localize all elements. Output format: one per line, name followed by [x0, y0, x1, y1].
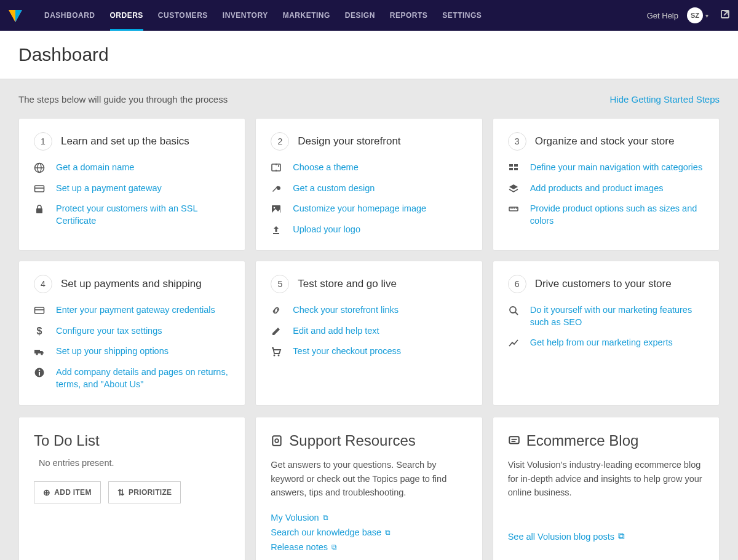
step-link[interactable]: Check your storefront links — [293, 304, 399, 317]
hide-getting-started-link[interactable]: Hide Getting Started Steps — [610, 94, 720, 105]
step-link-row: Check your storefront links — [271, 304, 467, 317]
blog-all-posts-link[interactable]: See all Volusion blog posts⧉ — [508, 531, 625, 542]
step-links: Choose a themeGet a custom designCustomi… — [271, 162, 467, 235]
step-number: 2 — [271, 132, 289, 151]
cart-icon — [271, 345, 282, 357]
step-link[interactable]: Edit and add help text — [293, 325, 379, 337]
open-external-icon[interactable] — [720, 9, 731, 23]
nav-design[interactable]: DESIGN — [338, 0, 383, 31]
support-links: My Volusion⧉ Search our knowledge base⧉ … — [271, 513, 467, 552]
step-link[interactable]: Upload your logo — [293, 224, 360, 236]
step-link-row: Add products and product images — [508, 183, 704, 195]
user-menu[interactable]: SZ ▾ — [687, 7, 708, 23]
step-link[interactable]: Get help from our marketing experts — [530, 337, 673, 349]
step-header: 6Drive customers to your store — [508, 275, 704, 293]
step-link[interactable]: Set up a payment gateway — [56, 183, 162, 195]
nav-dashboard[interactable]: DASHBOARD — [37, 0, 103, 31]
chevron-down-icon: ▾ — [705, 12, 708, 19]
step-link[interactable]: Do it yourself with our marketing featur… — [530, 304, 704, 328]
step-link-row: Protect your customers with an SSL Certi… — [34, 203, 230, 227]
theme-icon — [271, 162, 282, 173]
intro-text: The steps below will guide you through t… — [18, 94, 228, 105]
step-title: Design your storefront — [298, 135, 400, 148]
todo-title: To Do List — [34, 432, 230, 449]
support-link-label: My Volusion — [271, 513, 319, 523]
external-link-icon: ⧉ — [618, 531, 625, 542]
step-card-6: 6Drive customers to your storeDo it your… — [493, 261, 720, 406]
support-link-knowledge-base[interactable]: Search our knowledge base⧉ — [271, 527, 467, 537]
step-links: Check your storefront linksEdit and add … — [271, 304, 467, 358]
step-link[interactable]: Set up your shipping options — [56, 345, 169, 358]
nav-items: DASHBOARD ORDERS CUSTOMERS INVENTORY MAR… — [37, 0, 489, 31]
step-link[interactable]: Define your main navigation with categor… — [530, 162, 702, 174]
external-link-icon: ⧉ — [331, 543, 337, 551]
external-link-icon: ⧉ — [385, 528, 391, 537]
step-link-row: Set up a payment gateway — [34, 183, 230, 195]
page-title: Dashboard — [18, 44, 720, 65]
link-icon — [271, 304, 282, 316]
step-link-row: Edit and add help text — [271, 325, 467, 337]
step-link[interactable]: Provide product options such as sizes an… — [530, 203, 704, 227]
step-link[interactable]: Get a custom design — [293, 183, 375, 195]
step-number: 5 — [271, 275, 289, 293]
step-number: 6 — [508, 275, 526, 293]
step-link[interactable]: Choose a theme — [293, 162, 358, 174]
support-link-release-notes[interactable]: Release notes⧉ — [271, 542, 467, 552]
lock-icon — [34, 203, 45, 215]
step-link-row: Add company details and pages on returns… — [34, 366, 230, 390]
nav-orders[interactable]: ORDERS — [103, 0, 151, 31]
step-link[interactable]: Protect your customers with an SSL Certi… — [56, 203, 230, 227]
step-link-row: Test your checkout process — [271, 345, 467, 358]
step-links: Do it yourself with our marketing featur… — [508, 304, 704, 349]
sort-icon: ⇅ — [117, 488, 125, 497]
step-link-row: Set up your shipping options — [34, 345, 230, 358]
nav-marketing[interactable]: MARKETING — [276, 0, 338, 31]
trend-icon — [508, 337, 519, 349]
blog-panel: Ecommerce Blog Visit Volusion's industry… — [493, 417, 720, 560]
plus-circle-icon: ⊕ — [43, 488, 50, 497]
step-link-row: Get a domain name — [34, 162, 230, 174]
support-title: Support Resources — [271, 432, 467, 449]
step-link[interactable]: Enter your payment gateway credentials — [56, 304, 215, 317]
todo-empty-text: No entries present. — [39, 458, 230, 468]
step-link-row: Define your main navigation with categor… — [508, 162, 704, 174]
layers-icon — [508, 183, 519, 194]
nav-right: Get Help SZ ▾ — [647, 7, 731, 23]
add-item-button[interactable]: ⊕ ADD ITEM — [34, 481, 101, 503]
chat-icon — [508, 435, 520, 447]
step-link[interactable]: Configure your tax settings — [56, 325, 162, 337]
category-icon — [508, 162, 519, 173]
step-link-row: Upload your logo — [271, 224, 467, 236]
nav-inventory[interactable]: INVENTORY — [215, 0, 276, 31]
step-link[interactable]: Add products and product images — [530, 183, 664, 195]
step-link[interactable]: Add company details and pages on returns… — [56, 366, 230, 390]
nav-reports[interactable]: REPORTS — [383, 0, 435, 31]
step-link[interactable]: Get a domain name — [56, 162, 134, 174]
step-title: Drive customers to your store — [535, 278, 672, 290]
external-link-icon: ⧉ — [323, 513, 328, 522]
prioritize-label: PRIORITIZE — [129, 488, 172, 497]
step-card-3: 3Organize and stock your storeDefine you… — [493, 118, 720, 251]
brand-logo[interactable] — [7, 7, 23, 23]
svg-marker-38 — [9, 10, 15, 22]
step-link[interactable]: Customize your homepage image — [293, 203, 426, 215]
step-header: 4Set up payments and shipping — [34, 275, 230, 293]
step-title: Set up payments and shipping — [61, 278, 202, 290]
nav-customers[interactable]: CUSTOMERS — [151, 0, 215, 31]
nav-settings[interactable]: SETTINGS — [435, 0, 489, 31]
step-link[interactable]: Test your checkout process — [293, 345, 401, 358]
credit-card-icon — [34, 304, 45, 316]
blog-title-text: Ecommerce Blog — [526, 432, 639, 449]
step-title: Learn and set up the basics — [61, 135, 189, 148]
prioritize-button[interactable]: ⇅ PRIORITIZE — [108, 481, 181, 503]
upload-icon — [271, 224, 282, 235]
getting-started-grid: 1Learn and set up the basicsGet a domain… — [18, 118, 720, 406]
todo-panel: To Do List No entries present. ⊕ ADD ITE… — [18, 417, 245, 560]
support-link-my-volusion[interactable]: My Volusion⧉ — [271, 513, 467, 523]
bottom-row: To Do List No entries present. ⊕ ADD ITE… — [18, 417, 720, 560]
get-help-link[interactable]: Get Help — [647, 11, 678, 20]
step-link-row: Configure your tax settings — [34, 325, 230, 337]
step-link-row: Customize your homepage image — [271, 203, 467, 215]
page-header: Dashboard — [0, 31, 738, 79]
step-header: 2Design your storefront — [271, 132, 467, 151]
